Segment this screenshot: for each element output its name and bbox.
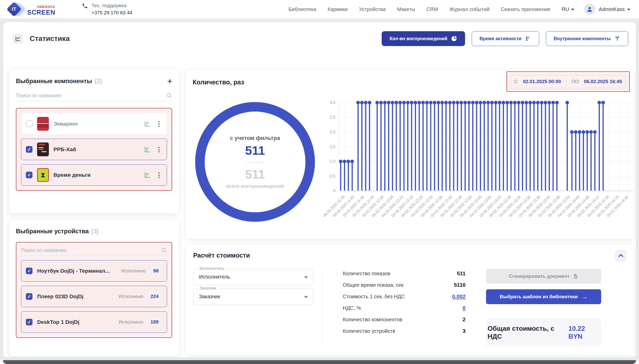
devices-count: (3) — [91, 228, 99, 235]
pie-chart-icon — [451, 36, 457, 42]
choose-template-button[interactable]: Выбрать шаблон из библиотеки → — [486, 289, 601, 304]
app-logo[interactable]: IT AMBIENCE SCREEN — [8, 0, 64, 18]
stats-icon[interactable] — [144, 172, 151, 178]
generate-document-button[interactable]: Сгенерировать документ — [486, 269, 601, 284]
device-name: Плеер 023D DojDj — [37, 293, 83, 300]
playback-chart-card: Количество, раз С 02.01.2025 00:00 ПО 06… — [185, 69, 634, 239]
donut-chart: с учетом фильтра 511 511 всего воспроизв… — [195, 102, 315, 222]
logo-ambience-text: AMBIENCE — [27, 5, 55, 9]
component-item[interactable]: ✓ ⧗ Время деньги ⋮ — [21, 164, 167, 186]
donut-filtered-value: 511 — [245, 144, 265, 158]
bar-chart-icon — [525, 36, 531, 42]
components-search-input[interactable] — [16, 93, 166, 98]
cost-title: Расчёт стоимости — [193, 252, 626, 259]
more-options-icon[interactable]: ⋮ — [156, 147, 162, 152]
page-title: Статистика — [30, 35, 70, 43]
component-name: Экваринг — [53, 121, 78, 127]
cost-stats-column: Количество показов 511 Общее время показ… — [343, 269, 466, 347]
components-panel-title: Выбранные компоненты — [16, 78, 92, 85]
component-checkbox-unchecked[interactable] — [26, 120, 32, 127]
stat-row: НДС, % 0 — [343, 305, 466, 311]
stat-value: 2 — [462, 316, 466, 323]
chevron-up-icon — [618, 252, 624, 259]
devices-search-input[interactable] — [21, 247, 161, 253]
executed-label: Исполнено — [121, 268, 146, 274]
performer-select-value: Исполнитель — [199, 274, 230, 280]
device-item[interactable]: ✓ Ноутбук DojDj - Терминал... Исполнено … — [21, 260, 167, 282]
date-to-value[interactable]: 06.02.2025 16:45 — [584, 79, 622, 84]
search-icon — [161, 247, 167, 253]
cost-actions-column: Сгенерировать документ Выбрать шаблон из… — [486, 269, 601, 347]
components-list: Экваринг ⋮ ✓ РРБ-Хаб — [16, 108, 172, 191]
component-checkbox-checked[interactable]: ✓ — [26, 172, 32, 178]
performer-select-label: Исполнитель — [197, 266, 226, 271]
stat-label: Стоимость 1 сек, без НДС — [343, 294, 405, 300]
more-options-icon[interactable]: ⋮ — [156, 173, 162, 177]
stats-icon[interactable] — [144, 146, 151, 153]
more-options-icon[interactable]: ⋮ — [156, 122, 162, 126]
phone-icon — [82, 3, 88, 10]
stat-row: Количество компонентов 2 — [343, 316, 466, 323]
nav-devices[interactable]: Устройства — [359, 6, 386, 12]
chevron-down-icon — [571, 9, 574, 10]
customer-select[interactable]: Заказчик Заказчик — [193, 289, 313, 305]
nav-library[interactable]: Библиотека — [289, 6, 316, 12]
component-thumbnail — [37, 117, 49, 131]
divider — [246, 162, 264, 163]
total-cost-label: Общая стоимость, с НДС — [488, 325, 568, 340]
avatar[interactable] — [584, 4, 595, 15]
stat-label: Количество показов — [343, 271, 390, 277]
customer-select-label: Заказчик — [197, 286, 218, 291]
chevron-down-icon — [304, 296, 308, 298]
nav-karmiki[interactable]: Кармики — [327, 6, 348, 12]
device-name: Ноутбук DojDj - Терминал... — [37, 268, 110, 274]
component-checkbox-checked[interactable]: ✓ — [26, 146, 32, 153]
stats-icon[interactable] — [144, 120, 151, 127]
arrow-right-icon: → — [581, 294, 588, 300]
device-checkbox-checked[interactable]: ✓ — [26, 268, 32, 274]
date-range-box: С 02.01.2025 00:00 ПО 06.02.2025 16:45 — [506, 71, 630, 92]
support-phone[interactable]: +375 29 170 63 44 — [92, 10, 132, 16]
device-item[interactable]: ✓ Плеер 023D DojDj Исполнено 224 — [21, 286, 167, 307]
date-from-value[interactable]: 02.01.2025 00:00 — [523, 79, 561, 84]
donut-total-value: 511 — [245, 167, 265, 181]
devices-search — [21, 247, 167, 256]
nav-crm[interactable]: CRM — [426, 6, 438, 12]
nav-event-log[interactable]: Журнал событий — [449, 6, 489, 12]
donut-filter-label: с учетом фильтра — [230, 135, 280, 141]
device-checkbox-checked[interactable]: ✓ — [26, 293, 32, 300]
split-arrows-icon — [614, 36, 620, 42]
activity-time-label: Время активности — [480, 36, 522, 41]
svg-text:0,5: 0,5 — [330, 174, 335, 178]
device-item[interactable]: ✓ DeskTop 1 DojDj Исполнено 189 — [21, 311, 167, 333]
search-icon — [166, 92, 172, 98]
nav-download-app[interactable]: Скачать приложение — [501, 6, 550, 12]
activity-time-button[interactable]: Время активности — [472, 31, 539, 46]
executed-count-badge: 189 — [147, 317, 162, 327]
component-item[interactable]: Экваринг ⋮ — [21, 113, 167, 135]
playback-count-button[interactable]: Кол-во воспроизведений — [382, 31, 465, 46]
language-selector[interactable]: RU — [562, 6, 574, 12]
stat-value-link[interactable]: 0 — [462, 305, 466, 311]
device-checkbox-checked[interactable]: ✓ — [26, 319, 32, 325]
internal-components-button[interactable]: Внутренние компоненты — [546, 31, 628, 46]
svg-text:2,0: 2,0 — [330, 130, 335, 134]
stat-row: Стоимость 1 сек, без НДС 0.002 — [343, 293, 466, 300]
performer-select[interactable]: Исполнитель Исполнитель — [193, 269, 313, 285]
donut-total-label: всего воспроизведений — [226, 183, 284, 189]
stat-value: 511 — [457, 270, 466, 277]
playback-count-label: Кол-во воспроизведений — [390, 36, 447, 41]
collapse-section-button[interactable] — [615, 250, 627, 261]
component-item[interactable]: ✓ РРБ-Хаб ⋮ — [21, 139, 167, 160]
user-menu[interactable]: AdminKass — [599, 6, 630, 12]
svg-text:3,0: 3,0 — [330, 100, 335, 105]
app-window: IT AMBIENCE SCREEN Тех. поддержка +375 2… — [0, 0, 639, 364]
chevron-down-icon — [627, 9, 630, 10]
add-component-button[interactable]: + — [167, 78, 172, 84]
date-range-picker[interactable]: С 02.01.2025 00:00 ПО 06.02.2025 16:45 — [511, 75, 626, 88]
svg-text:1,0: 1,0 — [330, 159, 335, 163]
nav-layouts[interactable]: Макеты — [397, 6, 415, 12]
username: AdminKass — [599, 6, 625, 12]
stat-value-link[interactable]: 0.002 — [452, 293, 466, 300]
svg-text:1,5: 1,5 — [330, 145, 335, 149]
